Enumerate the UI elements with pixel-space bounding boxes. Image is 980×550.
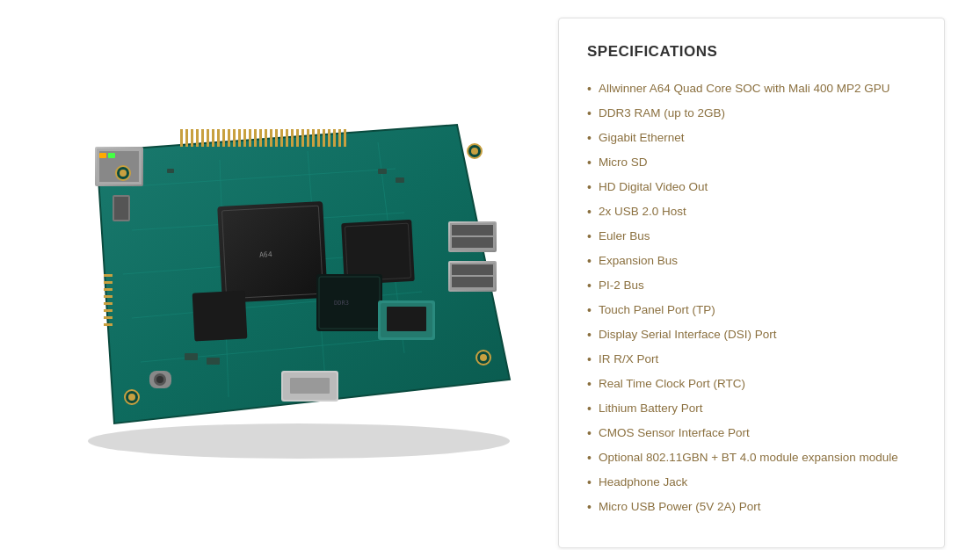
svg-rect-80: [275, 136, 278, 147]
svg-rect-94: [104, 274, 113, 277]
svg-rect-91: [333, 136, 336, 147]
svg-rect-96: [104, 288, 113, 291]
specs-title: SPECIFICATIONS: [587, 43, 916, 61]
svg-rect-63: [185, 136, 188, 147]
circuit-board-image: A64: [44, 98, 536, 467]
specs-list: Allwinner A64 Quad Core SOC with Mali 40…: [587, 76, 916, 519]
svg-rect-69: [217, 136, 220, 147]
specs-list-item: 2x USB 2.0 Host: [587, 199, 916, 224]
specs-list-item: Euler Bus: [587, 224, 916, 249]
svg-rect-101: [104, 323, 113, 326]
svg-point-0: [88, 423, 510, 459]
svg-rect-71: [228, 136, 230, 147]
svg-point-106: [120, 170, 127, 177]
svg-point-126: [156, 376, 163, 383]
svg-rect-88: [317, 136, 320, 147]
specs-list-item: Lithium Battery Port: [587, 396, 916, 421]
svg-point-108: [471, 148, 478, 155]
svg-rect-98: [104, 302, 113, 305]
svg-rect-83: [291, 136, 294, 147]
specs-list-item: PI-2 Bus: [587, 273, 916, 298]
svg-rect-20: [99, 153, 106, 158]
specs-list-item: Expansion Bus: [587, 249, 916, 273]
svg-rect-113: [185, 353, 198, 360]
svg-rect-99: [104, 309, 113, 312]
svg-rect-65: [196, 136, 199, 147]
svg-rect-76: [254, 136, 257, 147]
svg-rect-97: [104, 295, 113, 298]
svg-rect-95: [104, 281, 113, 284]
svg-rect-29: [452, 277, 493, 287]
specs-list-item: Real Time Clock Port (RTC): [587, 372, 916, 396]
svg-rect-75: [249, 136, 251, 147]
specs-list-item: Micro USB Power (5V 2A) Port: [587, 495, 916, 519]
svg-rect-82: [286, 136, 288, 147]
page-container: A64: [0, 0, 980, 550]
svg-rect-62: [180, 136, 183, 147]
svg-rect-128: [114, 197, 128, 220]
svg-rect-66: [201, 136, 204, 147]
svg-rect-117: [167, 169, 174, 173]
svg-rect-86: [307, 136, 309, 147]
svg-rect-64: [191, 136, 193, 147]
specs-list-item: IR R/X Port: [587, 347, 916, 372]
svg-rect-90: [328, 136, 330, 147]
svg-rect-104: [290, 378, 330, 394]
svg-rect-67: [207, 136, 209, 147]
svg-rect-79: [270, 136, 272, 147]
svg-rect-100: [104, 316, 113, 319]
svg-rect-74: [243, 136, 246, 147]
svg-rect-77: [259, 136, 262, 147]
svg-rect-25: [452, 237, 493, 248]
svg-rect-73: [238, 136, 241, 147]
specs-list-item: Headphone Jack: [587, 470, 916, 495]
svg-rect-28: [452, 264, 493, 275]
specs-panel: SPECIFICATIONS Allwinner A64 Quad Core S…: [558, 18, 945, 548]
specs-list-item: Gigabit Ethernet: [587, 126, 916, 150]
specs-list-item: Micro SD: [587, 150, 916, 175]
svg-rect-68: [212, 136, 214, 147]
svg-rect-24: [452, 225, 493, 235]
svg-point-110: [128, 394, 135, 401]
svg-rect-70: [222, 136, 225, 147]
svg-rect-93: [344, 136, 346, 147]
specs-list-item: Optional 802.11GBN + BT 4.0 module expan…: [587, 445, 916, 470]
svg-rect-87: [312, 136, 315, 147]
svg-rect-78: [265, 136, 267, 147]
svg-rect-123: [387, 307, 426, 331]
svg-rect-16: [192, 290, 248, 341]
svg-rect-118: [316, 274, 382, 331]
svg-rect-21: [108, 153, 115, 158]
svg-rect-11: [217, 201, 328, 303]
specs-list-item: Display Serial Interface (DSI) Port: [587, 322, 916, 347]
svg-rect-85: [301, 136, 304, 147]
svg-rect-92: [338, 136, 341, 147]
svg-rect-114: [207, 358, 220, 365]
svg-text:A64: A64: [259, 250, 272, 259]
specs-list-item: HD Digital Video Out: [587, 175, 916, 199]
svg-rect-72: [233, 136, 236, 147]
svg-rect-84: [296, 136, 299, 147]
svg-point-112: [480, 354, 487, 361]
specs-list-item: Touch Panel Port (TP): [587, 298, 916, 322]
svg-rect-116: [396, 177, 404, 183]
svg-rect-81: [280, 136, 283, 147]
specs-list-item: DDR3 RAM (up to 2GB): [587, 101, 916, 126]
svg-text:DDR3: DDR3: [334, 300, 349, 307]
svg-rect-115: [378, 169, 387, 174]
specs-list-item: CMOS Sensor Interface Port: [587, 421, 916, 445]
specs-list-item: Allwinner A64 Quad Core SOC with Mali 40…: [587, 76, 916, 101]
board-image-section: A64: [35, 98, 545, 467]
svg-rect-89: [323, 136, 325, 147]
